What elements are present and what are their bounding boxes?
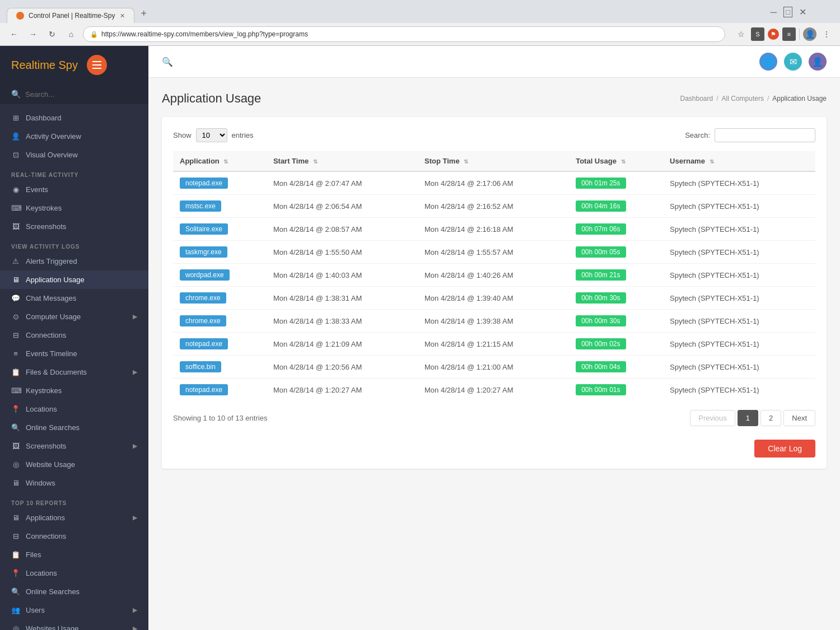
entries-select[interactable]: 10 25 50 100 [196,128,227,142]
sidebar-item-top-applications[interactable]: 🖥 Applications ▶ [0,508,148,527]
sidebar-item-app-usage[interactable]: 🖥 Application Usage [0,270,148,289]
bookmark-icon[interactable]: ☆ [734,27,748,41]
cell-stop: Mon 4/28/14 @ 1:20:27 AM [418,379,569,402]
sidebar-item-windows[interactable]: 🖥 Windows [0,474,148,492]
sidebar-item-alerts[interactable]: ⚠ Alerts Triggered [0,252,148,270]
sidebar-item-events[interactable]: ◉ Events [0,180,148,199]
entries-label: entries [232,131,254,139]
table-card: Show 10 25 50 100 entries Search: [162,117,827,469]
sidebar-item-connections[interactable]: ⊟ Connections [0,326,148,344]
close-icon[interactable]: ✕ [799,7,806,17]
extension-icon-1[interactable]: S [751,27,764,41]
sidebar-item-online-searches[interactable]: 🔍 Online Searches [0,418,148,437]
app-badge[interactable]: wordpad.exe [180,269,230,281]
sidebar-item-events-timeline[interactable]: ≡ Events Timeline [0,344,148,363]
app-badge[interactable]: notepad.exe [180,338,228,349]
sidebar-item-top-files[interactable]: 📋 Files [0,545,148,564]
sort-icon-start: ⇅ [313,158,318,165]
top-websites-usage-icon: ◎ [11,624,20,630]
active-tab[interactable]: Control Panel | Realtime-Spy ✕ [7,8,134,23]
user-icon[interactable]: 👤 [803,27,816,41]
new-tab-button[interactable]: + [134,4,154,23]
sidebar-item-activity-overview[interactable]: 👤 Activity Overview [0,127,148,146]
cell-app: mstsc.exe [173,195,267,218]
app-badge[interactable]: taskmgr.exe [180,246,227,258]
breadcrumb-computers[interactable]: All Computers [722,95,764,102]
home-button[interactable]: ⌂ [64,27,78,41]
back-button[interactable]: ← [7,27,21,41]
usage-badge: 00h 00m 04s [576,361,626,372]
cell-usage: 00h 00m 04s [569,356,663,379]
sidebar-item-chat[interactable]: 💬 Chat Messages [0,289,148,307]
previous-button[interactable]: Previous [690,410,735,426]
col-stop-time[interactable]: Stop Time ⇅ [418,151,569,171]
sidebar-item-dashboard[interactable]: ⊞ Dashboard [0,109,148,127]
col-start-time[interactable]: Start Time ⇅ [267,151,418,171]
cell-usage: 00h 00m 02s [569,333,663,356]
header-search-icon[interactable]: 🔍 [162,57,173,67]
main-header: 🔍 🌐 ✉ 👤 [148,46,840,78]
sidebar-item-computer-usage[interactable]: ⊙ Computer Usage ▶ [0,307,148,326]
app-badge[interactable]: notepad.exe [180,178,228,189]
menu-icon[interactable]: ⋮ [820,27,833,41]
sidebar-item-top-online-searches[interactable]: 🔍 Online Searches [0,582,148,601]
sidebar-item-screenshots-log[interactable]: 🖼 Screenshots ▶ [0,437,148,455]
page-2-button[interactable]: 2 [760,410,781,426]
app-badge[interactable]: chrome.exe [180,292,226,304]
sidebar-item-keystrokes[interactable]: ⌨ Keystrokes [0,199,148,217]
sidebar-item-locations[interactable]: 📍 Locations [0,400,148,418]
cell-usage: 00h 01m 25s [569,171,663,195]
col-application[interactable]: Application ⇅ [173,151,267,171]
col-username[interactable]: Username ⇅ [663,151,815,171]
sidebar-item-screenshots[interactable]: 🖼 Screenshots [0,217,148,236]
sidebar-item-top-locations[interactable]: 📍 Locations [0,564,148,582]
app-badge[interactable]: notepad.exe [180,384,228,395]
cell-app: chrome.exe [173,310,267,333]
clear-log-button[interactable]: Clear Log [754,440,815,458]
app-badge[interactable]: mstsc.exe [180,200,221,212]
sidebar-item-visual-overview[interactable]: ⊡ Visual Overview [0,146,148,164]
sidebar-item-website-usage[interactable]: ◎ Website Usage [0,455,148,474]
sidebar-item-top-users[interactable]: 👥 Users ▶ [0,601,148,619]
files-icon: 📋 [11,368,20,376]
cell-start: Mon 4/28/14 @ 1:40:03 AM [267,264,418,287]
timeline-icon: ≡ [11,349,20,358]
breadcrumb-dashboard[interactable]: Dashboard [680,95,713,102]
header-icon-mail[interactable]: ✉ [784,53,802,71]
table-search-input[interactable] [715,128,815,142]
maximize-icon[interactable]: □ [783,7,792,17]
visual-icon: ⊡ [11,151,20,159]
sidebar-item-top-websites-usage[interactable]: ◎ Websites Usage ▶ [0,619,148,630]
address-bar[interactable]: 🔒 https://www.realtime-spy.com/members/v… [83,26,725,42]
tab-close-icon[interactable]: ✕ [120,12,125,20]
sidebar-item-files-docs[interactable]: 📋 Files & Documents ▶ [0,363,148,381]
locations-icon: 📍 [11,405,20,413]
col-total-usage[interactable]: Total Usage ⇅ [569,151,663,171]
page-1-button[interactable]: 1 [738,410,758,426]
sidebar-item-top-connections[interactable]: ⊟ Connections [0,527,148,545]
cell-start: Mon 4/28/14 @ 1:38:31 AM [267,287,418,310]
activity-icon: 👤 [11,132,20,141]
breadcrumb-current: Application Usage [772,95,827,102]
app-badge[interactable]: soffice.bin [180,361,221,372]
table-row: mstsc.exe Mon 4/28/14 @ 2:06:54 AM Mon 4… [173,195,815,218]
header-icon-globe[interactable]: 🌐 [759,53,777,71]
app-badge[interactable]: chrome.exe [180,315,226,326]
screenshots-log-icon: 🖼 [11,442,20,450]
forward-button[interactable]: → [26,27,40,41]
extension-icon-3[interactable]: ≡ [782,27,796,41]
sidebar-item-keystrokes-log[interactable]: ⌨ Keystrokes [0,381,148,400]
reload-button[interactable]: ↻ [45,27,59,41]
usage-badge: 00h 00m 21s [576,269,626,281]
extension-icon-2[interactable]: ⚑ [768,29,779,40]
minimize-icon[interactable]: ─ [771,7,777,17]
app-badge[interactable]: Solitaire.exe [180,223,228,235]
cell-usage: 00h 00m 05s [569,241,663,264]
hamburger-button[interactable] [87,55,107,75]
next-button[interactable]: Next [783,410,815,426]
website-icon: ◎ [11,460,20,469]
table-row: soffice.bin Mon 4/28/14 @ 1:20:56 AM Mon… [173,356,815,379]
search-input[interactable] [25,90,137,99]
top-users-icon: 👥 [11,606,20,614]
header-icon-user[interactable]: 👤 [809,53,827,71]
